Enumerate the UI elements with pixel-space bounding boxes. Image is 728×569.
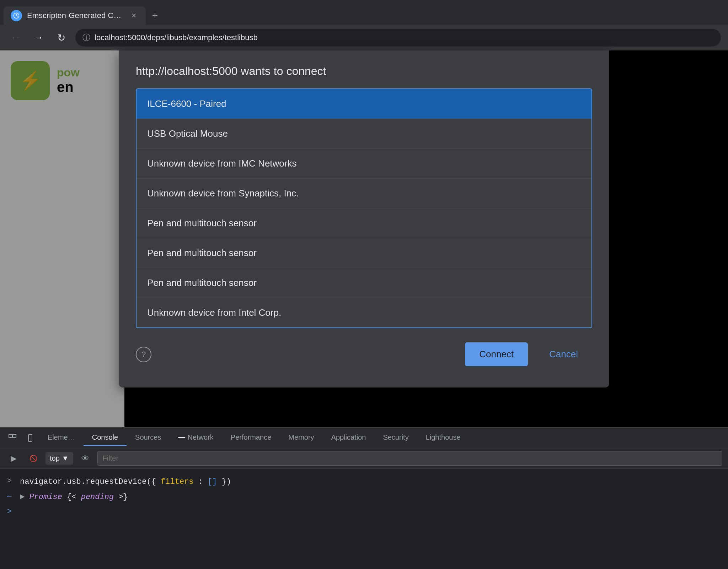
context-label: top <box>50 454 60 462</box>
content-area: ⚡ pow en http://localhost:5000 wants to … <box>0 50 728 427</box>
tab-memory[interactable]: Memory <box>280 430 322 446</box>
device-item-6[interactable]: Pen and multitouch sensor <box>136 268 592 298</box>
devtools-tabs: Eleme… Console Sources Network Performan… <box>0 428 728 448</box>
devtools-panel: Eleme… Console Sources Network Performan… <box>0 427 728 569</box>
url-text: localhost:5000/deps/libusb/examples/test… <box>95 33 258 42</box>
tab-lighthouse[interactable]: Lighthouse <box>417 430 469 446</box>
console-input-text: navigator.usb.requestDevice({ filters : … <box>20 477 231 488</box>
dialog-title: http://localhost:5000 wants to connect <box>119 50 609 88</box>
device-item-1[interactable]: USB Optical Mouse <box>136 119 592 149</box>
device-item-0[interactable]: ILCE-6600 - Paired <box>136 89 592 119</box>
stop-button[interactable]: 🚫 <box>26 451 41 466</box>
console-prompt-line[interactable]: > <box>7 505 721 518</box>
mobile-icon[interactable] <box>21 429 39 447</box>
active-tab[interactable]: Emscripten-Generated Code ✕ <box>4 6 146 25</box>
console-output-text: ► Promise {< pending >} <box>20 492 128 503</box>
address-bar-row: ← → ↻ ⓘ localhost:5000/deps/libusb/examp… <box>0 25 728 50</box>
console-line-2: ← ► Promise {< pending >} <box>7 490 721 505</box>
usb-dialog: http://localhost:5000 wants to connect I… <box>119 50 609 388</box>
security-info-icon: ⓘ <box>82 32 90 43</box>
tab-network[interactable]: Network <box>170 430 222 446</box>
tab-bar: Emscripten-Generated Code ✕ + <box>0 0 728 25</box>
console-content: > navigator.usb.requestDevice({ filters … <box>0 469 728 524</box>
svg-rect-1 <box>9 434 12 438</box>
device-item-7[interactable]: Unknown device from Intel Corp. <box>136 298 592 327</box>
tab-console[interactable]: Console <box>84 430 127 446</box>
console-line-1: > navigator.usb.requestDevice({ filters … <box>7 475 721 490</box>
play-button[interactable]: ▶ <box>6 451 21 466</box>
context-selector[interactable]: top ▼ <box>46 452 73 465</box>
back-button[interactable]: ← <box>7 29 24 46</box>
reload-button[interactable]: ↻ <box>53 29 70 46</box>
device-item-2[interactable]: Unknown device from IMC Networks <box>136 149 592 179</box>
new-tab-button[interactable]: + <box>147 8 163 23</box>
connect-button[interactable]: Connect <box>465 342 528 366</box>
dialog-footer: ? Connect Cancel <box>119 328 609 366</box>
console-bar: ▶ 🚫 top ▼ 👁 <box>0 448 728 469</box>
dialog-buttons: Connect Cancel <box>465 342 592 366</box>
tab-elements[interactable]: Eleme… <box>39 430 84 446</box>
device-item-3[interactable]: Unknown device from Synaptics, Inc. <box>136 179 592 208</box>
eye-icon[interactable]: 👁 <box>77 451 93 466</box>
device-item-5[interactable]: Pen and multitouch sensor <box>136 238 592 268</box>
tab-favicon <box>11 10 22 21</box>
cancel-button[interactable]: Cancel <box>535 342 592 366</box>
inspector-icon[interactable] <box>4 429 21 447</box>
output-arrow-icon: ← <box>7 492 16 501</box>
svg-rect-2 <box>13 434 16 438</box>
help-icon[interactable]: ? <box>136 347 151 362</box>
address-bar[interactable]: ⓘ localhost:5000/deps/libusb/examples/te… <box>75 29 721 47</box>
tab-performance[interactable]: Performance <box>222 430 280 446</box>
forward-button[interactable]: → <box>30 29 47 46</box>
tab-application[interactable]: Application <box>323 430 375 446</box>
device-item-4[interactable]: Pen and multitouch sensor <box>136 208 592 238</box>
tab-close-button[interactable]: ✕ <box>129 11 139 21</box>
input-arrow-icon: > <box>7 477 16 486</box>
console-prompt-icon: > <box>7 507 12 516</box>
device-list[interactable]: ILCE-6600 - PairedUSB Optical MouseUnkno… <box>136 88 592 328</box>
chevron-down-icon: ▼ <box>62 454 69 462</box>
tab-title: Emscripten-Generated Code <box>27 11 124 20</box>
tab-sources[interactable]: Sources <box>127 430 170 446</box>
browser-chrome: Emscripten-Generated Code ✕ + ← → ↻ ⓘ lo… <box>0 0 728 50</box>
filter-input[interactable] <box>97 451 722 466</box>
tab-security[interactable]: Security <box>374 430 417 446</box>
